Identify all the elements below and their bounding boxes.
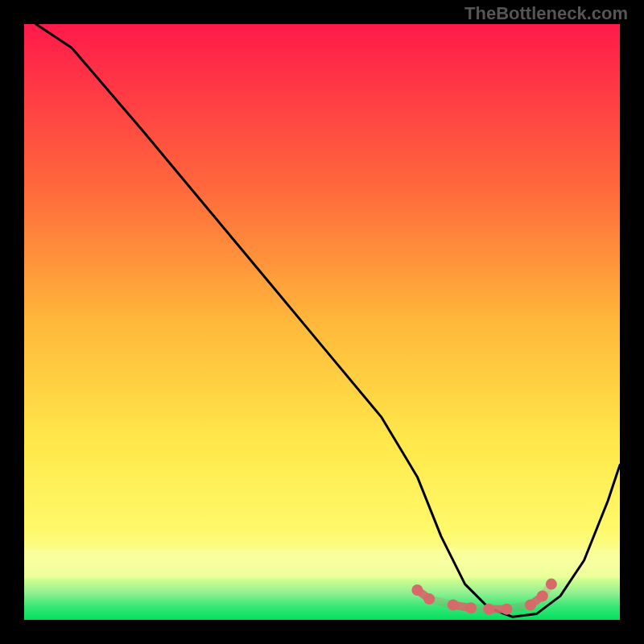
watermark-text: TheBottleneck.com	[464, 3, 628, 24]
chart-plot-area	[24, 24, 620, 620]
chart-svg	[24, 24, 620, 620]
curve-marker	[546, 579, 557, 590]
chart-background	[24, 24, 620, 620]
highlight-band	[24, 548, 620, 578]
